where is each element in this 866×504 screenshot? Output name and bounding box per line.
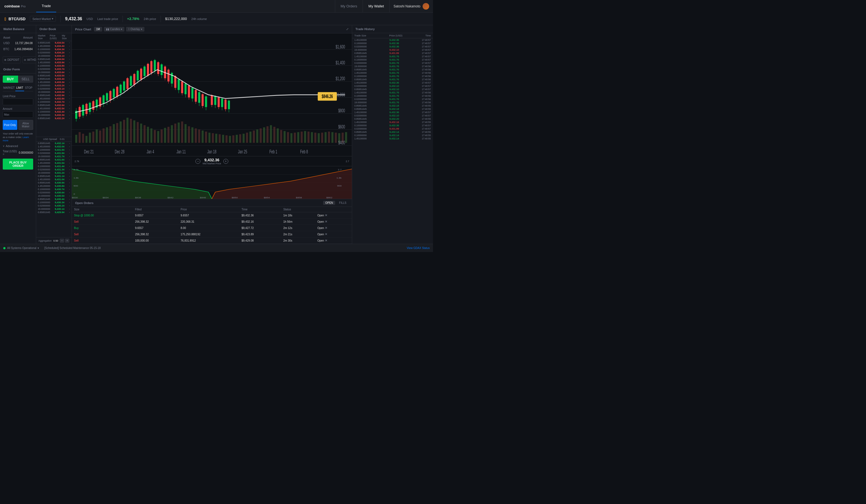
order-book-bid-row[interactable]: 0.858516459,429.94- [36,211,71,214]
order-book-bid-row[interactable]: 0.858516459,431.64- [36,158,71,161]
depth-chart: 2.7k 1.8k 900 0 2.7 1.8k 900 $830 $834 $… [72,166,352,199]
order-book-ask-row[interactable]: 0.100000009,432.74- [36,100,71,103]
limit-price-input-wrap: USD [3,99,33,105]
order-book-bid-row[interactable]: 0.858516459,430.44- [36,198,71,201]
mid-price-plus-button[interactable]: + [223,159,228,164]
order-book-ask-row[interactable]: 0.100000009,433.84- [36,64,71,67]
order-book-ask-row[interactable]: 0.858516459,434.04- [36,57,71,61]
candlestick-svg: $1,600 $1,400 $1,200 $1,000 $800 $600 $4… [72,33,352,156]
order-book-ask-row[interactable]: 1.451000009,432.84- [36,97,71,100]
order-book-bid-row[interactable]: 1.451000009,432.04- [36,145,71,148]
close-order-button[interactable]: ✕ [325,238,327,243]
order-book-ask-row[interactable]: 0.100000009,434.34- [36,48,71,51]
close-order-button[interactable]: ✕ [325,213,327,217]
svg-rect-58 [249,132,251,143]
order-book-ask-row[interactable]: 0.858516459,433.54- [36,74,71,77]
amount-input[interactable] [10,111,33,117]
order-book-bid-row[interactable]: 19.00000009,430.54- [36,194,71,198]
svg-rect-33 [164,128,166,143]
open-orders-tab[interactable]: OPEN [323,201,335,205]
my-orders-button[interactable]: My Orders [335,0,363,13]
order-book-bid-row[interactable]: 0.100000009,430.74- [36,188,71,191]
stop-order-tab[interactable]: STOP [24,85,33,91]
order-book-ask-row[interactable]: 19.00000009,434.14- [36,54,71,57]
svg-rect-83 [335,133,337,143]
price-label: Last trade price [97,17,118,21]
order-book-bid-row[interactable]: 0.100000009,431.44- [36,165,71,168]
order-book-ask-row[interactable]: 0.858516459,433.44- [36,77,71,80]
order-book-bid-row[interactable]: 0.020000009,431.34- [36,168,71,171]
order-book-ask-row[interactable]: 0.020000009,434.24- [36,51,71,54]
order-book-ask-row[interactable]: 19.00000009,433.64- [36,71,71,74]
order-book-ask-row[interactable]: 0.858516459,432.94- [36,94,71,97]
timeframe-1m[interactable]: 1M [94,27,102,32]
order-book-ask-row[interactable]: 19.00000009,433.04- [36,90,71,94]
candles-button[interactable]: ▮▮ Candles ▾ [104,27,125,32]
my-wallet-button[interactable]: My Wallet [363,0,389,13]
order-book-bid-row[interactable]: 0.020000009,430.64- [36,191,71,194]
order-book-ask-row[interactable]: 0.858516459,432.64- [36,103,71,107]
order-book-bid-row[interactable]: 19.00000009,431.24- [36,171,71,175]
order-book-ask-row[interactable]: 0.858516409,432.24- [36,117,71,120]
limit-price-input[interactable] [3,99,33,105]
wallet-actions: ⊕ DEPOSIT ⊖ WITHDRAW [0,54,36,66]
trade-history-columns: Trade Size Price (USD) Time [352,33,433,38]
agg-decrease-button[interactable]: − [60,238,64,243]
order-book-bid-row[interactable]: 0.858516459,432.14- [36,142,71,145]
close-order-button[interactable]: ✕ [325,232,327,236]
order-book-ask-row[interactable]: 1.451000009,432.54- [36,107,71,110]
order-book-ask-row[interactable]: 19.00000009,432.34- [36,113,71,117]
depth-svg: 2.7k 1.8k 900 0 2.7 1.8k 900 $830 $834 $… [72,166,352,199]
buy-tab[interactable]: BUY [3,76,18,83]
order-book-bid-row[interactable]: 19.00000009,431.74- [36,155,71,158]
expand-chart-button[interactable]: ⤢ [346,27,348,31]
order-book-bid-row[interactable]: 0.100000009,430.34- [36,201,71,204]
user-menu[interactable]: Satoshi Nakamoto [389,0,433,13]
close-order-button[interactable]: ✕ [325,226,327,230]
trade-history-row: 0.858516459,432.1817:40:55 [352,108,433,111]
order-book-ask-row[interactable]: 0.858516459,434.54- [36,41,71,44]
svg-rect-106 [106,93,108,101]
agg-increase-button[interactable]: + [65,238,69,243]
order-book-bid-row[interactable]: 0.020000009,431.94- [36,152,71,155]
svg-rect-49 [219,134,221,143]
order-book-bid-row[interactable]: 19.00000009,430.14- [36,208,71,211]
select-market-button[interactable]: Select Market ▾ [30,16,56,22]
order-book-ask-row[interactable]: 1.451000009,433.94- [36,61,71,64]
sell-tab[interactable]: SELL [18,76,33,83]
svg-text:$1,000: $1,000 [336,92,345,97]
svg-rect-36 [174,124,176,143]
advanced-section[interactable]: ∨ Advanced [0,144,36,149]
limit-order-tab[interactable]: LIMIT [15,85,24,91]
svg-rect-51 [225,135,227,143]
order-book-bid-row[interactable]: 1.451000009,431.04- [36,178,71,181]
svg-text:1.8k: 1.8k [336,177,342,179]
order-book-bid-row[interactable]: 0.100000009,431.94- [36,148,71,152]
market-pair: ₿ BTC/USD [4,17,25,21]
market-order-tab[interactable]: MARKET [3,85,15,91]
deposit-button[interactable]: ⊕ DEPOSIT [3,56,21,63]
order-book-bid-row[interactable]: 0.020000009,430.24- [36,204,71,208]
order-book-ask-row[interactable]: 0.100000009,432.44- [36,110,71,113]
overlay-button[interactable]: ⌇ Overlay ▾ [126,27,144,32]
status-chevron-icon[interactable]: ▾ [37,247,39,249]
gdax-status-link[interactable]: View GDAX Status [407,247,430,249]
order-book-bid-row[interactable]: 0.858516459,431.14- [36,175,71,178]
post-only-button[interactable]: Post Only [3,120,17,130]
order-book-bid-row[interactable]: 1.451000009,431.54- [36,161,71,165]
place-order-button[interactable]: PLACE BUY ORDER [3,159,33,170]
order-book-ask-row[interactable]: 0.020000009,433.14- [36,87,71,90]
order-book-ask-row[interactable]: 0.100000009,433.24- [36,84,71,87]
mid-price-minus-button[interactable]: − [196,159,200,164]
allow-maker-button[interactable]: Allow Maker [18,120,33,130]
nav-tab-trade[interactable]: Trade [36,0,56,12]
order-book-bid-row[interactable]: 0.858516459,430.94- [36,181,71,184]
order-book-ask-row[interactable]: 1.451000009,434.44- [36,44,71,48]
close-order-button[interactable]: ✕ [325,220,327,224]
trade-history-row: 0.020000009,431.7617:40:57 [352,61,433,65]
order-book-bid-row[interactable]: 1.451000009,430.84- [36,184,71,188]
order-book-ask-row[interactable]: 0.020000009,433.74- [36,67,71,71]
fills-tab[interactable]: FILLS [337,201,348,205]
order-book-ask-row[interactable]: 1.451000009,433.34- [36,80,71,84]
svg-text:2.7k: 2.7k [74,168,79,171]
